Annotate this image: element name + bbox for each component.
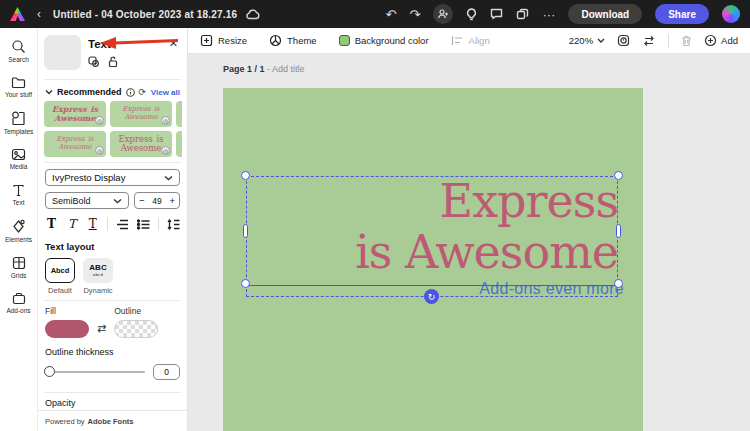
text-template-card[interactable]: Express is Awesome ◎ bbox=[176, 101, 182, 127]
text-frame-bottom-edge bbox=[247, 285, 617, 286]
decrease-size-button[interactable]: − bbox=[139, 195, 145, 206]
slider-knob[interactable] bbox=[44, 366, 55, 377]
layers-icon[interactable] bbox=[516, 8, 529, 20]
theme-button[interactable]: Theme bbox=[269, 34, 317, 47]
outline-label: Outline bbox=[114, 306, 158, 316]
media-icon bbox=[11, 148, 26, 161]
outline-thickness-value[interactable]: 0 bbox=[153, 364, 180, 380]
cloud-sync-icon[interactable] bbox=[245, 9, 260, 20]
template-badge-icon: ◎ bbox=[161, 146, 170, 155]
add-page-button[interactable]: Add bbox=[704, 34, 738, 47]
divider bbox=[44, 162, 181, 163]
resize-handle-bottom-left[interactable] bbox=[241, 279, 250, 288]
list-icon[interactable] bbox=[137, 219, 150, 230]
adobe-express-logo-icon[interactable] bbox=[10, 7, 25, 21]
folder-icon bbox=[11, 76, 26, 89]
text-template-card[interactable]: Express is Awesome ◎ bbox=[44, 101, 106, 127]
sidebar-item-search[interactable]: Search bbox=[0, 36, 38, 66]
more-options-icon[interactable]: ··· bbox=[542, 8, 555, 21]
redo-icon[interactable]: ↷ bbox=[410, 8, 421, 21]
panel-header: Text ✕ bbox=[38, 28, 187, 74]
sidebar-item-text[interactable]: Text bbox=[0, 181, 38, 209]
template-badge-icon: ◎ bbox=[95, 116, 104, 125]
text-template-card[interactable]: Express is Awesome ◎ bbox=[110, 131, 172, 157]
timer-icon[interactable] bbox=[617, 34, 630, 47]
resize-handle-top-left[interactable] bbox=[241, 171, 250, 180]
text-template-card[interactable]: Express is Awesome ◎ bbox=[176, 131, 182, 157]
divider bbox=[107, 217, 108, 231]
view-all-link[interactable]: View all bbox=[151, 88, 180, 97]
outline-thickness-label: Outline thickness bbox=[45, 347, 180, 357]
share-button[interactable]: Share bbox=[655, 4, 709, 24]
design-canvas[interactable]: Express is Awesome Add-ons even more ↻ bbox=[223, 88, 643, 431]
sidebar-item-templates[interactable]: Templates bbox=[0, 108, 38, 138]
reorder-pages-icon[interactable] bbox=[642, 35, 656, 47]
chevron-down-icon bbox=[164, 175, 173, 181]
workspace: Resize Theme Background color Align 220% bbox=[188, 28, 750, 431]
italic-button[interactable]: T bbox=[66, 217, 79, 231]
resize-handle-left[interactable] bbox=[243, 224, 248, 238]
text-template-card[interactable]: Express is Awesome ◎ bbox=[44, 131, 106, 157]
resize-handle-top-right[interactable] bbox=[614, 171, 623, 180]
selection-box[interactable]: ↻ bbox=[246, 176, 618, 297]
sidebar-item-media[interactable]: Media bbox=[0, 145, 38, 173]
grids-icon bbox=[12, 256, 26, 270]
collapse-chevron-icon[interactable] bbox=[45, 89, 53, 95]
duplicate-style-icon[interactable] bbox=[88, 56, 99, 68]
font-size-value[interactable]: 49 bbox=[152, 196, 161, 206]
rotate-handle[interactable]: ↻ bbox=[424, 289, 439, 304]
refresh-icon[interactable]: ⟳ bbox=[139, 87, 147, 97]
font-family-select[interactable]: IvyPresto Display bbox=[45, 169, 180, 186]
left-sidebar: Search Your stuff Templates Media Text E… bbox=[0, 28, 38, 431]
resize-handle-bottom-right[interactable] bbox=[614, 279, 623, 288]
lightbulb-icon[interactable] bbox=[466, 8, 477, 21]
resize-button[interactable]: Resize bbox=[200, 34, 247, 47]
outline-thickness-slider[interactable] bbox=[45, 371, 145, 373]
search-icon bbox=[11, 39, 26, 54]
account-avatar[interactable] bbox=[722, 5, 740, 23]
zoom-level-select[interactable]: 220% bbox=[569, 35, 605, 46]
undo-icon[interactable]: ↶ bbox=[386, 8, 397, 21]
layout-option-dynamic[interactable]: ABC abcd Dynamic bbox=[83, 258, 113, 295]
text-layout-heading: Text layout bbox=[45, 241, 180, 252]
divider bbox=[158, 217, 159, 231]
invite-people-icon[interactable] bbox=[433, 4, 453, 24]
sidebar-item-your-stuff[interactable]: Your stuff bbox=[0, 73, 38, 101]
unlock-icon[interactable] bbox=[108, 56, 118, 68]
background-color-swatch bbox=[339, 35, 350, 46]
sidebar-item-elements[interactable]: Elements bbox=[0, 216, 38, 246]
document-title[interactable]: Untitled - 04 October 2023 at 18.27.16 bbox=[53, 9, 237, 20]
add-title-hint[interactable]: - Add title bbox=[267, 64, 305, 74]
bold-button[interactable]: T bbox=[45, 217, 58, 231]
info-icon[interactable] bbox=[126, 88, 135, 97]
download-button[interactable]: Download bbox=[568, 4, 642, 24]
text-style-thumbnail[interactable] bbox=[44, 35, 81, 70]
underline-button[interactable]: T bbox=[86, 217, 99, 231]
outline-color-swatch[interactable] bbox=[114, 320, 158, 338]
fill-color-swatch[interactable] bbox=[45, 320, 89, 338]
line-spacing-icon[interactable] bbox=[167, 219, 180, 230]
sidebar-item-grids[interactable]: Grids bbox=[0, 253, 38, 282]
resize-handle-right[interactable] bbox=[616, 224, 621, 238]
increase-size-button[interactable]: + bbox=[169, 195, 175, 206]
document-toolbar: Resize Theme Background color Align 220% bbox=[188, 28, 750, 54]
text-align-icon[interactable] bbox=[116, 219, 129, 230]
background-color-button[interactable]: Background color bbox=[339, 35, 429, 46]
back-chevron-icon[interactable]: ‹ bbox=[33, 7, 45, 21]
comment-icon[interactable] bbox=[490, 8, 503, 20]
divider bbox=[44, 392, 181, 393]
adobe-fonts-footer: Powered by Adobe Fonts bbox=[38, 410, 187, 431]
swap-fill-outline-icon[interactable]: ⇄ bbox=[97, 322, 106, 338]
text-icon bbox=[12, 184, 25, 197]
sidebar-item-add-ons[interactable]: Add-ons bbox=[0, 289, 38, 317]
chevron-down-icon bbox=[597, 38, 605, 43]
layout-option-default[interactable]: Abcd Default bbox=[45, 258, 75, 295]
fill-label: Fill bbox=[45, 306, 89, 316]
page-label[interactable]: Page 1 / 1 - Add title bbox=[223, 64, 305, 74]
close-panel-icon[interactable]: ✕ bbox=[169, 37, 178, 50]
font-weight-select[interactable]: SemiBold bbox=[45, 192, 129, 209]
opacity-label: Opacity bbox=[45, 398, 180, 408]
divider bbox=[668, 34, 669, 48]
text-template-card[interactable]: Express is Awesome ◎ bbox=[110, 101, 172, 127]
template-badge-icon: ◎ bbox=[95, 146, 104, 155]
